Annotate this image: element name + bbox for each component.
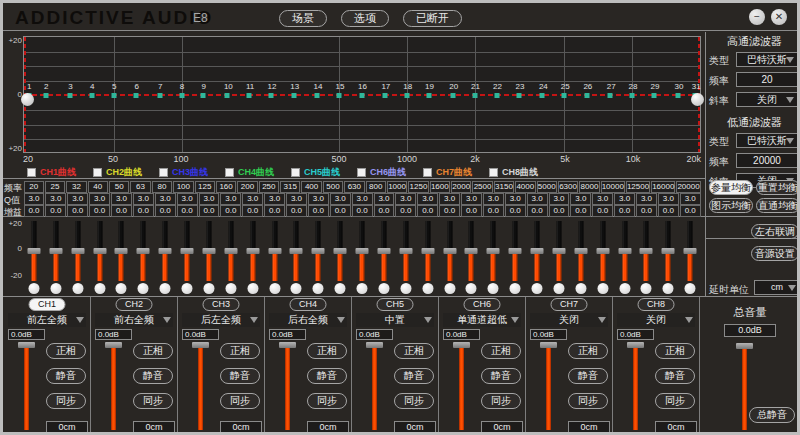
eq-band-slider[interactable] [286, 218, 308, 296]
eq-slider-handle[interactable] [443, 248, 456, 254]
scene-button[interactable]: 场景 [279, 10, 327, 27]
eq-gain-cell[interactable]: 0.0 [24, 205, 45, 217]
eq-gain-cell[interactable]: 0.0 [374, 205, 395, 217]
eq-band-dot[interactable] [43, 93, 48, 98]
eq-band-dot[interactable] [630, 93, 635, 98]
eq-frequency-cell[interactable]: 40 [88, 181, 108, 193]
channel-slider-handle[interactable] [540, 342, 557, 348]
connection-status-button[interactable]: 已断开 [403, 10, 462, 27]
eq-band-slider[interactable] [242, 218, 264, 296]
curve-visibility-checkbox[interactable] [489, 168, 498, 177]
eq-band-slider[interactable] [264, 218, 286, 296]
mute-button[interactable]: 静音 [568, 368, 608, 384]
eq-gain-cell[interactable]: 0.0 [570, 205, 591, 217]
eq-band-knob[interactable] [488, 283, 499, 294]
eq-gain-cell[interactable]: 0.0 [352, 205, 373, 217]
mute-button[interactable]: 静音 [133, 368, 173, 384]
eq-gain-cell[interactable]: 0.0 [505, 205, 526, 217]
mute-button[interactable]: 静音 [655, 368, 695, 384]
graphic-eq-button[interactable]: 图示均衡 [709, 198, 753, 213]
curve-visibility-checkbox[interactable] [423, 168, 432, 177]
mute-button[interactable]: 静音 [220, 368, 260, 384]
eq-q-cell[interactable]: 3.0 [636, 193, 657, 205]
delay-unit-select[interactable]: cm [754, 280, 800, 295]
eq-band-dot[interactable] [67, 93, 72, 98]
channel-mode-select[interactable]: 后右全频 [269, 313, 347, 327]
eq-frequency-cell[interactable]: 80 [152, 181, 172, 193]
channel-slider-handle[interactable] [279, 342, 296, 348]
eq-band-slider[interactable] [657, 218, 679, 296]
eq-gain-cell[interactable]: 0.0 [308, 205, 329, 217]
eq-band-slider[interactable] [329, 218, 351, 296]
phase-button[interactable]: 正相 [568, 343, 608, 359]
eq-band-dot[interactable] [426, 93, 431, 98]
eq-band-knob[interactable] [335, 283, 346, 294]
eq-band-slider[interactable] [111, 218, 133, 296]
curve-visibility-checkbox[interactable] [93, 168, 102, 177]
eq-slider-handle[interactable] [465, 248, 478, 254]
eq-band-knob[interactable] [291, 283, 302, 294]
eq-gain-cell[interactable]: 0.0 [527, 205, 548, 217]
eq-q-cell[interactable]: 3.0 [374, 193, 395, 205]
channel-tab[interactable]: CH6 [464, 298, 501, 311]
eq-frequency-cell[interactable]: 20000 [676, 181, 700, 193]
eq-band-slider[interactable] [220, 218, 242, 296]
sync-button[interactable]: 同步 [46, 393, 86, 409]
phase-button[interactable]: 正相 [481, 343, 521, 359]
eq-frequency-cell[interactable]: 12500 [626, 181, 650, 193]
reset-eq-button[interactable]: 重置均衡 [756, 180, 800, 195]
eq-band-knob[interactable] [663, 283, 674, 294]
eq-band-knob[interactable] [247, 283, 258, 294]
eq-band-slider[interactable] [461, 218, 483, 296]
eq-gain-cell[interactable]: 0.0 [111, 205, 132, 217]
eq-band-dot[interactable] [404, 93, 409, 98]
eq-band-dot[interactable] [584, 93, 589, 98]
eq-slider-handle[interactable] [71, 248, 84, 254]
channel-gain-input[interactable]: 0.0dB [95, 329, 132, 340]
eq-slider-handle[interactable] [268, 248, 281, 254]
eq-band-knob[interactable] [269, 283, 280, 294]
eq-band-knob[interactable] [50, 283, 61, 294]
eq-band-dot[interactable] [382, 93, 387, 98]
phase-button[interactable]: 正相 [133, 343, 173, 359]
channel-volume-slider[interactable] [633, 343, 638, 430]
eq-frequency-cell[interactable]: 125 [195, 181, 215, 193]
eq-frequency-cell[interactable]: 16000 [651, 181, 675, 193]
eq-band-slider[interactable] [67, 218, 89, 296]
eq-band-slider[interactable] [636, 218, 658, 296]
eq-band-knob[interactable] [313, 283, 324, 294]
eq-band-dot[interactable] [201, 93, 206, 98]
sync-button[interactable]: 同步 [394, 393, 434, 409]
eq-q-cell[interactable]: 3.0 [614, 193, 635, 205]
channel-gain-input[interactable]: 0.0dB [356, 329, 393, 340]
mute-button[interactable]: 静音 [481, 368, 521, 384]
channel-tab[interactable]: CH4 [290, 298, 327, 311]
eq-band-slider[interactable] [132, 218, 154, 296]
eq-gain-cell[interactable]: 0.0 [133, 205, 154, 217]
eq-gain-cell[interactable]: 0.0 [242, 205, 263, 217]
eq-q-cell[interactable]: 3.0 [395, 193, 416, 205]
eq-gain-cell[interactable]: 0.0 [592, 205, 613, 217]
eq-frequency-cell[interactable]: 3150 [494, 181, 514, 193]
eq-q-cell[interactable]: 3.0 [439, 193, 460, 205]
options-button[interactable]: 选项 [341, 10, 389, 27]
master-volume-slider[interactable] [742, 344, 747, 430]
bypass-eq-button[interactable]: 直通均衡 [756, 198, 800, 213]
eq-q-cell[interactable]: 3.0 [220, 193, 241, 205]
eq-gain-cell[interactable]: 0.0 [680, 205, 701, 217]
eq-band-dot[interactable] [494, 93, 499, 98]
eq-band-slider[interactable] [45, 218, 67, 296]
eq-gain-cell[interactable]: 0.0 [67, 205, 88, 217]
channel-volume-slider[interactable] [24, 343, 29, 430]
eq-slider-handle[interactable] [509, 248, 522, 254]
eq-band-slider[interactable] [679, 218, 701, 296]
channel-volume-slider[interactable] [111, 343, 116, 430]
eq-frequency-cell[interactable]: 250 [259, 181, 279, 193]
eq-q-cell[interactable]: 3.0 [461, 193, 482, 205]
eq-band-slider[interactable] [592, 218, 614, 296]
eq-band-dot[interactable] [450, 93, 455, 98]
sync-button[interactable]: 同步 [307, 393, 347, 409]
eq-band-dot[interactable] [269, 93, 274, 98]
lpf-freq-input[interactable]: 20000 [736, 153, 798, 168]
eq-slider-handle[interactable] [356, 248, 369, 254]
